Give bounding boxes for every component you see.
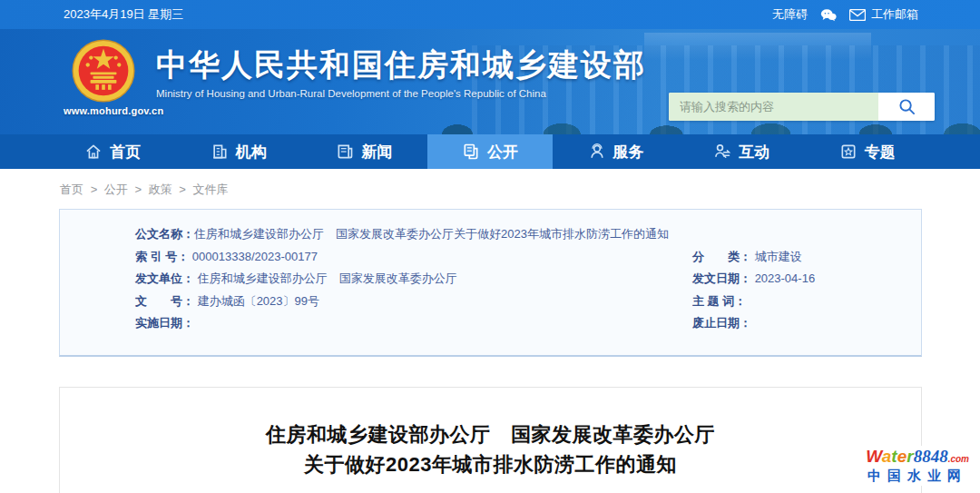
service-agent-icon: [588, 143, 606, 161]
news-icon: [336, 143, 354, 161]
nav-label: 公开: [487, 142, 518, 163]
breadcrumb-library[interactable]: 文件库: [193, 182, 229, 196]
meta-value-index-no: 000013338/2023-00177: [192, 250, 318, 263]
nav-label: 机构: [236, 142, 267, 163]
nav-item-organization[interactable]: 机构: [176, 134, 302, 169]
meta-row: 实施日期： 废止日期：: [135, 312, 921, 335]
breadcrumb-separator: >: [91, 182, 98, 196]
meta-label-effective-date: 实施日期：: [135, 316, 194, 330]
water8848-watermark: Water8848.com 中国水业网: [860, 446, 975, 486]
meta-row: 发文单位： 住房和城乡建设部办公厅 国家发展改革委办公厅 发文日期： 2023-…: [135, 268, 921, 291]
site-brand[interactable]: www.mohurd.gov.cn 中华人民共和国住房和城乡建设部 Minist…: [64, 36, 646, 116]
meta-row: 索 引 号： 000013338/2023-00177 分 类： 城市建设: [135, 246, 921, 269]
watermark-subtitle: 中国水业网: [866, 468, 969, 484]
topic-star-icon: [839, 143, 858, 161]
mail-icon: [849, 9, 866, 21]
nav-label: 新闻: [361, 142, 392, 163]
nav-label: 互动: [739, 142, 769, 163]
meta-label-doc-name: 公文名称：: [135, 223, 194, 246]
breadcrumb-home[interactable]: 首页: [60, 182, 83, 196]
meta-value-issuing-unit: 住房和城乡建设部办公厅 国家发展改革委办公厅: [198, 271, 457, 285]
breadcrumb: 首页 > 公开 > 政策 > 文件库: [0, 169, 980, 198]
document-title-line1: 住房和城乡建设部办公厅 国家发展改革委办公厅: [60, 419, 921, 449]
search-button[interactable]: [878, 93, 935, 121]
search-icon: [898, 98, 916, 115]
org-building-icon: [211, 143, 229, 161]
nav-item-disclosure[interactable]: 公开: [427, 134, 554, 169]
site-header: www.mohurd.gov.cn 中华人民共和国住房和城乡建设部 Minist…: [0, 29, 980, 134]
national-emblem-icon: [71, 38, 136, 104]
meta-label-repeal-date: 废止日期：: [692, 316, 751, 330]
meta-value-doc-number: 建办城函〔2023〕99号: [198, 294, 319, 308]
nav-item-services[interactable]: 服务: [553, 134, 679, 169]
current-date: 2023年4月19日 星期三: [64, 6, 183, 23]
meta-label-issuing-unit: 发文单位：: [135, 271, 194, 285]
top-bar: 2023年4月19日 星期三 无障碍 工作: [0, 0, 980, 29]
page: 2023年4月19日 星期三 无障碍 工作: [0, 0, 980, 493]
watermark-logo-tld: .com: [948, 454, 969, 464]
document-content-panel: 住房和城乡建设部办公厅 国家发展改革委办公厅 关于做好2023年城市排水防涝工作…: [59, 387, 922, 493]
meta-label-index-no: 索 引 号：: [135, 250, 189, 263]
home-icon: [84, 143, 103, 161]
document-metadata-panel: 公文名称： 住房和城乡建设部办公厅 国家发展改革委办公厅关于做好2023年城市排…: [59, 209, 922, 357]
nav-item-topics[interactable]: 专题: [804, 134, 930, 169]
search-box: [669, 93, 935, 121]
nav-item-interaction[interactable]: 互动: [679, 134, 805, 169]
nav-label: 首页: [110, 142, 141, 163]
meta-label-doc-number: 文 号：: [135, 294, 194, 308]
breadcrumb-separator: >: [179, 182, 186, 196]
watermark-logo-number: 8848: [914, 447, 948, 466]
meta-row: 文 号： 建办城函〔2023〕99号 主 题 词：: [135, 291, 921, 313]
work-mailbox-label: 工作邮箱: [871, 6, 918, 23]
accessibility-link[interactable]: 无障碍: [772, 6, 808, 23]
disclosure-docs-icon: [462, 143, 480, 161]
meta-label-category: 分 类：: [692, 250, 751, 263]
interaction-icon: [713, 143, 731, 161]
meta-label-subject-words: 主 题 词：: [692, 294, 746, 308]
watermark-logo-word: Water: [866, 447, 913, 466]
nav-label: 服务: [613, 142, 644, 163]
search-input[interactable]: [669, 93, 878, 121]
document-title-line2: 关于做好2023年城市排水防涝工作的通知: [60, 449, 921, 479]
wechat-icon[interactable]: [820, 8, 837, 22]
nav-item-news[interactable]: 新闻: [301, 134, 427, 169]
meta-label-issue-date: 发文日期：: [692, 271, 751, 285]
meta-value-doc-name: 住房和城乡建设部办公厅 国家发展改革委办公厅关于做好2023年城市排水防涝工作的…: [194, 223, 669, 246]
nav-label: 专题: [865, 142, 896, 163]
breadcrumb-separator: >: [134, 182, 142, 196]
site-url: www.mohurd.gov.cn: [64, 105, 143, 116]
breadcrumb-policy[interactable]: 政策: [149, 182, 172, 196]
main-nav: 首页 机构 新闻: [0, 134, 980, 169]
work-mailbox-link[interactable]: 工作邮箱: [849, 6, 918, 23]
meta-value-issue-date: 2023-04-16: [755, 271, 816, 285]
meta-value-category: 城市建设: [755, 250, 802, 263]
nav-item-home[interactable]: 首页: [50, 134, 176, 169]
breadcrumb-disclosure[interactable]: 公开: [104, 182, 128, 196]
site-subtitle: Ministry of Housing and Urban-Rural Deve…: [156, 88, 646, 99]
meta-row-title: 公文名称： 住房和城乡建设部办公厅 国家发展改革委办公厅关于做好2023年城市排…: [135, 223, 921, 246]
site-title: 中华人民共和国住房和城乡建设部: [156, 47, 646, 83]
